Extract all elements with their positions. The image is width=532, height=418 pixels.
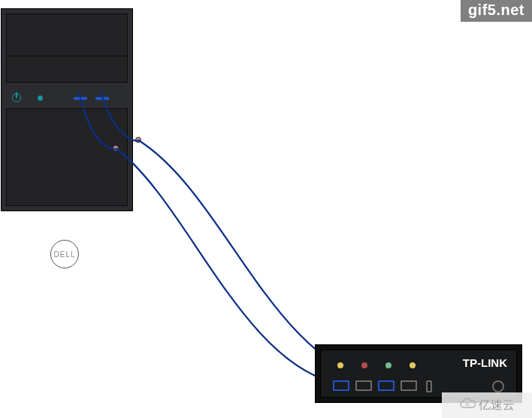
server-port-1 <box>74 97 87 100</box>
server-bottom-panel: DELL <box>6 108 128 206</box>
router-led-4-icon <box>410 362 416 368</box>
router-port-1 <box>333 380 349 391</box>
watermark-bottom-text: 亿速云 <box>479 398 515 413</box>
server-panel-divider <box>6 56 128 56</box>
router-led-2-icon <box>361 362 367 368</box>
router-port-4 <box>401 380 417 391</box>
router-port-2 <box>355 380 372 391</box>
server-brand-logo: DELL <box>50 240 79 268</box>
router-button-icon <box>492 380 504 392</box>
cable-b <box>101 92 382 383</box>
watermark-bottom: S 亿速云 <box>442 392 532 418</box>
cable-joint-a-icon <box>113 145 119 151</box>
cloud-icon: S <box>459 397 476 414</box>
svg-text:S: S <box>465 401 469 407</box>
diagram-canvas: gif5.net DELL TP-LINK <box>0 0 532 418</box>
router-brand-label: TP-LINK <box>463 356 507 369</box>
server-top-panel <box>6 14 128 83</box>
watermark-top: gif5.net <box>461 0 532 22</box>
cable-joint-b-icon <box>135 137 141 143</box>
status-led-icon <box>38 95 43 101</box>
router-port-3 <box>378 380 394 391</box>
router-led-1-icon <box>337 362 343 368</box>
server-tower: DELL <box>1 8 133 211</box>
router-panel: TP-LINK <box>320 350 517 398</box>
server-port-2 <box>95 97 109 100</box>
router-slot-icon <box>426 380 432 392</box>
power-icon <box>12 93 21 102</box>
router-led-3-icon <box>385 362 391 368</box>
